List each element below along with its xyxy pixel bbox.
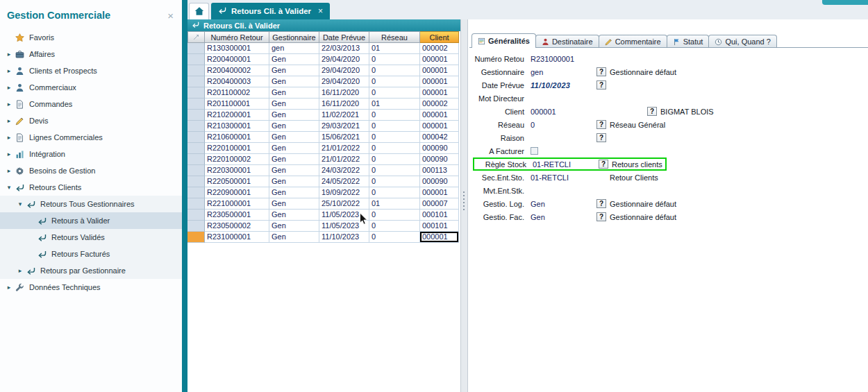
table-cell[interactable]: 24/05/2022 [319,176,369,187]
column-header-numero-retour[interactable]: Numéro Retour [205,31,269,43]
table-cell[interactable]: 000101 [420,210,459,221]
table-cell[interactable]: 01 [369,99,420,110]
table-cell[interactable]: 0 [369,221,420,232]
sidebar-item-retours-valides[interactable]: Retours Validés [0,229,182,246]
table-cell[interactable]: Gen [269,176,319,187]
tab-generalites[interactable]: Généralités [471,33,536,48]
table-row[interactable]: R201100002Gen16/11/20200000001 [187,87,460,99]
table-cell[interactable]: 15/06/2021 [319,132,369,143]
row-selector-cell[interactable] [187,154,205,165]
table-cell[interactable]: 000001 [420,87,459,99]
tab-qui-quand[interactable]: Qui, Quand ? [708,35,776,48]
sidebar-item-commandes[interactable]: ▸Commandes [0,96,182,112]
table-cell[interactable]: R201100002 [205,87,269,99]
table-cell[interactable]: 0 [369,132,420,143]
table-cell[interactable]: R210200001 [205,110,269,121]
sidebar-item-clients-et-prospects[interactable]: ▸Clients et Prospects [0,62,182,79]
row-selector-cell[interactable] [187,221,205,232]
table-cell[interactable]: R210600001 [205,132,269,143]
chevron-right-icon[interactable]: ▸ [4,117,14,124]
chevron-right-icon[interactable]: ▸ [4,67,14,74]
table-cell[interactable]: Gen [269,99,319,110]
chevron-right-icon[interactable]: ▸ [15,267,25,274]
sidebar-splitter[interactable] [182,0,187,392]
table-cell[interactable]: R200400002 [205,65,269,76]
table-row[interactable]: R221000001Gen25/10/202201000007 [187,198,460,210]
table-cell[interactable]: R200400001 [205,54,269,65]
table-row[interactable]: R231000001Gen11/10/20230000001 [187,232,460,243]
row-selector-cell[interactable] [187,187,205,198]
row-selector-cell[interactable] [187,65,205,76]
row-selector-cell[interactable] [187,176,205,187]
sidebar-item-retours-clients[interactable]: ▾Retours Clients [0,179,182,196]
table-cell[interactable]: R210300001 [205,121,269,132]
column-header-date-prevue[interactable]: Date Prévue [319,31,369,43]
table-cell[interactable]: Gen [269,87,319,99]
row-selector-cell[interactable] [187,54,205,65]
table-cell[interactable]: Gen [269,65,319,76]
table-cell[interactable]: Gen [269,198,319,210]
table-row[interactable]: R220500001Gen24/05/20220000090 [187,176,460,187]
table-cell[interactable]: R220900001 [205,187,269,198]
table-cell[interactable]: 000001 [420,187,459,198]
table-row[interactable]: R220900001Gen19/09/20220000001 [187,187,460,198]
table-row[interactable]: R220100002Gen21/01/20220000090 [187,154,460,165]
table-cell[interactable]: 25/10/2022 [319,198,369,210]
table-cell[interactable]: 29/04/2020 [319,54,369,65]
table-cell[interactable]: 000042 [420,132,459,143]
table-row[interactable]: R200400002Gen29/04/20200000001 [187,65,460,76]
table-cell[interactable]: 000113 [420,165,459,176]
table-cell[interactable]: 24/03/2022 [319,165,369,176]
table-cell[interactable]: R220100002 [205,154,269,165]
table-row[interactable]: R230500001Gen11/05/20230000101 [187,210,460,221]
tab-close-icon[interactable]: × [318,6,323,16]
table-row[interactable]: R220100001Gen21/01/20220000090 [187,143,460,154]
table-cell[interactable]: gen [269,43,319,54]
table-cell[interactable]: Gen [269,121,319,132]
row-selector-cell[interactable] [187,132,205,143]
table-cell[interactable]: 0 [369,65,420,76]
table-cell[interactable]: Gen [269,232,319,243]
table-cell[interactable]: 29/04/2020 [319,76,369,87]
table-cell[interactable]: R201100001 [205,99,269,110]
column-header-reseau[interactable]: Réseau [369,31,420,43]
table-cell[interactable]: 11/05/2023 [319,221,369,232]
table-cell[interactable]: 22/03/2013 [319,43,369,54]
a-facturer-checkbox[interactable] [531,147,538,155]
table-cell[interactable]: 0 [369,110,420,121]
table-cell[interactable]: R231000001 [205,232,269,243]
table-cell[interactable]: 11/02/2021 [319,110,369,121]
sidebar-item-donnees-techniques[interactable]: ▸Données Techniques [0,279,182,296]
help-button[interactable]: ? [596,212,606,221]
sidebar-item-retours-par-gestionnaire[interactable]: ▸Retours par Gestionnaire [0,262,182,279]
help-button[interactable]: ? [596,80,606,90]
chevron-right-icon[interactable]: ▸ [4,101,14,108]
table-cell[interactable]: 0 [369,54,420,65]
table-cell[interactable]: Gen [269,143,319,154]
table-cell[interactable]: R220100001 [205,143,269,154]
table-cell[interactable]: 01 [369,198,420,210]
table-cell[interactable]: 000001 [420,110,459,121]
table-cell[interactable]: 29/04/2020 [319,65,369,76]
chevron-right-icon[interactable]: ▸ [4,134,14,141]
table-cell[interactable]: 000007 [420,198,459,210]
table-cell[interactable]: Gen [269,54,319,65]
table-cell[interactable]: Gen [269,154,319,165]
table-cell[interactable]: R230500002 [205,221,269,232]
table-cell[interactable]: 000101 [420,221,459,232]
chevron-right-icon[interactable]: ▸ [4,284,14,291]
table-row[interactable]: R130300001gen22/03/201301000002 [187,43,460,54]
table-cell[interactable]: R220500001 [205,176,269,187]
table-cell[interactable]: 11/10/2023 [319,232,369,243]
chevron-right-icon[interactable]: ▸ [4,51,14,58]
table-cell[interactable]: 21/01/2022 [319,154,369,165]
table-cell[interactable]: 000001 [420,232,459,243]
table-cell[interactable]: R220300001 [205,165,269,176]
table-cell[interactable]: 000001 [420,121,459,132]
help-button[interactable]: ? [647,107,657,116]
tab-destinataire[interactable]: Destinataire [535,35,599,48]
table-cell[interactable]: 0 [369,154,420,165]
table-cell[interactable]: 21/01/2022 [319,143,369,154]
table-row[interactable]: R200400003Gen29/04/20200000001 [187,76,460,87]
table-cell[interactable]: 0 [369,87,420,99]
